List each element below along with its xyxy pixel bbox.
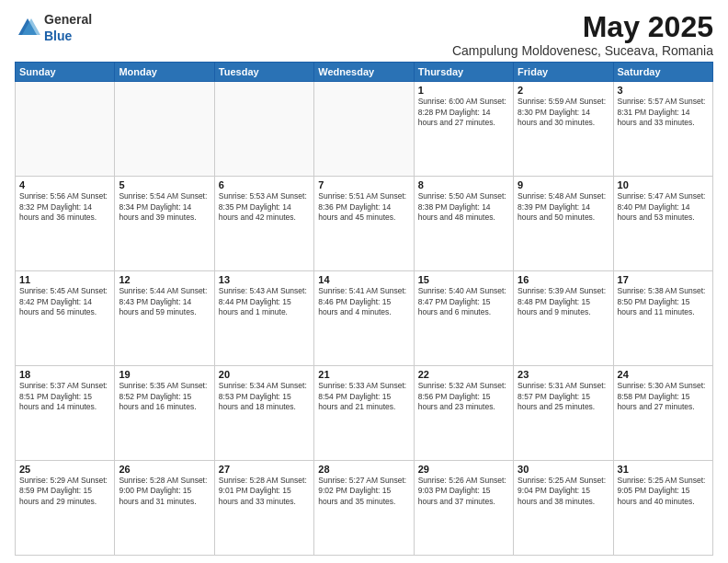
header-day-saturday: Saturday <box>613 63 712 82</box>
header: General Blue May 2025 Campulung Moldoven… <box>15 11 713 58</box>
day-cell: 29Sunrise: 5:26 AM Sunset: 9:03 PM Dayli… <box>414 461 513 556</box>
day-info: Sunrise: 5:44 AM Sunset: 8:43 PM Dayligh… <box>119 286 210 317</box>
day-number: 6 <box>219 179 310 190</box>
day-number: 28 <box>318 464 409 475</box>
day-number: 16 <box>518 274 609 285</box>
day-info: Sunrise: 5:53 AM Sunset: 8:35 PM Dayligh… <box>219 191 310 223</box>
day-info: Sunrise: 5:48 AM Sunset: 8:39 PM Dayligh… <box>518 191 609 223</box>
day-cell: 17Sunrise: 5:38 AM Sunset: 8:50 PM Dayli… <box>613 271 712 366</box>
day-number: 12 <box>119 274 210 285</box>
day-info: Sunrise: 5:41 AM Sunset: 8:46 PM Dayligh… <box>318 286 409 317</box>
day-cell: 26Sunrise: 5:28 AM Sunset: 9:00 PM Dayli… <box>115 461 214 556</box>
day-cell <box>115 82 214 177</box>
day-number: 24 <box>618 369 709 380</box>
day-number: 18 <box>19 369 110 380</box>
day-cell: 4Sunrise: 5:56 AM Sunset: 8:32 PM Daylig… <box>16 177 115 271</box>
day-number: 29 <box>418 464 509 475</box>
logo-icon <box>15 15 40 40</box>
day-info: Sunrise: 5:51 AM Sunset: 8:36 PM Dayligh… <box>318 191 409 223</box>
day-number: 4 <box>19 179 110 190</box>
day-cell: 30Sunrise: 5:25 AM Sunset: 9:04 PM Dayli… <box>514 461 613 556</box>
day-info: Sunrise: 5:25 AM Sunset: 9:05 PM Dayligh… <box>618 476 709 507</box>
logo-general: General Blue <box>44 11 92 44</box>
day-info: Sunrise: 5:40 AM Sunset: 8:47 PM Dayligh… <box>418 286 509 317</box>
day-info: Sunrise: 5:34 AM Sunset: 8:53 PM Dayligh… <box>219 381 310 412</box>
day-cell <box>314 82 414 177</box>
day-number: 7 <box>318 179 409 190</box>
day-number: 10 <box>618 179 709 190</box>
day-info: Sunrise: 5:56 AM Sunset: 8:32 PM Dayligh… <box>19 191 110 223</box>
header-day-friday: Friday <box>514 63 613 82</box>
day-number: 15 <box>418 274 509 285</box>
day-info: Sunrise: 5:31 AM Sunset: 8:57 PM Dayligh… <box>518 381 609 412</box>
day-cell: 16Sunrise: 5:39 AM Sunset: 8:48 PM Dayli… <box>514 271 613 366</box>
day-number: 8 <box>418 179 509 190</box>
day-number: 22 <box>418 369 509 380</box>
day-cell: 15Sunrise: 5:40 AM Sunset: 8:47 PM Dayli… <box>414 271 513 366</box>
day-info: Sunrise: 5:38 AM Sunset: 8:50 PM Dayligh… <box>618 286 709 317</box>
location-subtitle: Campulung Moldovenesc, Suceava, Romania <box>452 43 713 58</box>
day-number: 31 <box>618 464 709 475</box>
day-number: 2 <box>518 85 609 96</box>
day-cell: 31Sunrise: 5:25 AM Sunset: 9:05 PM Dayli… <box>613 461 712 556</box>
day-info: Sunrise: 5:26 AM Sunset: 9:03 PM Dayligh… <box>418 476 509 507</box>
day-info: Sunrise: 5:50 AM Sunset: 8:38 PM Dayligh… <box>418 191 509 223</box>
day-number: 11 <box>19 274 110 285</box>
day-info: Sunrise: 5:35 AM Sunset: 8:52 PM Dayligh… <box>119 381 210 412</box>
day-cell <box>214 82 313 177</box>
day-info: Sunrise: 5:45 AM Sunset: 8:42 PM Dayligh… <box>19 286 110 317</box>
day-number: 20 <box>219 369 310 380</box>
day-number: 3 <box>618 85 709 96</box>
month-title: May 2025 <box>452 11 713 43</box>
day-info: Sunrise: 5:37 AM Sunset: 8:51 PM Dayligh… <box>19 381 110 412</box>
week-row-4: 18Sunrise: 5:37 AM Sunset: 8:51 PM Dayli… <box>16 366 713 461</box>
day-cell: 19Sunrise: 5:35 AM Sunset: 8:52 PM Dayli… <box>115 366 214 461</box>
day-info: Sunrise: 5:28 AM Sunset: 9:01 PM Dayligh… <box>219 476 310 507</box>
day-number: 23 <box>518 369 609 380</box>
day-cell: 12Sunrise: 5:44 AM Sunset: 8:43 PM Dayli… <box>115 271 214 366</box>
day-number: 25 <box>19 464 110 475</box>
day-cell: 9Sunrise: 5:48 AM Sunset: 8:39 PM Daylig… <box>514 177 613 271</box>
day-cell: 13Sunrise: 5:43 AM Sunset: 8:44 PM Dayli… <box>214 271 313 366</box>
day-cell: 6Sunrise: 5:53 AM Sunset: 8:35 PM Daylig… <box>214 177 313 271</box>
calendar-table: SundayMondayTuesdayWednesdayThursdayFrid… <box>15 62 713 556</box>
day-info: Sunrise: 5:54 AM Sunset: 8:34 PM Dayligh… <box>119 191 210 223</box>
day-info: Sunrise: 5:32 AM Sunset: 8:56 PM Dayligh… <box>418 381 509 412</box>
header-row: SundayMondayTuesdayWednesdayThursdayFrid… <box>16 63 713 82</box>
day-number: 17 <box>618 274 709 285</box>
day-number: 13 <box>219 274 310 285</box>
day-number: 27 <box>219 464 310 475</box>
day-info: Sunrise: 5:39 AM Sunset: 8:48 PM Dayligh… <box>518 286 609 317</box>
title-block: May 2025 Campulung Moldovenesc, Suceava,… <box>452 11 713 58</box>
week-row-5: 25Sunrise: 5:29 AM Sunset: 8:59 PM Dayli… <box>16 461 713 556</box>
header-day-tuesday: Tuesday <box>214 63 313 82</box>
day-cell: 20Sunrise: 5:34 AM Sunset: 8:53 PM Dayli… <box>214 366 313 461</box>
header-day-wednesday: Wednesday <box>314 63 414 82</box>
logo-blue-text: Blue <box>44 29 72 43</box>
day-cell: 5Sunrise: 5:54 AM Sunset: 8:34 PM Daylig… <box>115 177 214 271</box>
day-number: 9 <box>518 179 609 190</box>
day-info: Sunrise: 5:28 AM Sunset: 9:00 PM Dayligh… <box>119 476 210 507</box>
day-info: Sunrise: 5:29 AM Sunset: 8:59 PM Dayligh… <box>19 476 110 507</box>
day-cell: 22Sunrise: 5:32 AM Sunset: 8:56 PM Dayli… <box>414 366 513 461</box>
day-cell: 3Sunrise: 5:57 AM Sunset: 8:31 PM Daylig… <box>613 82 712 177</box>
header-day-thursday: Thursday <box>414 63 513 82</box>
week-row-3: 11Sunrise: 5:45 AM Sunset: 8:42 PM Dayli… <box>16 271 713 366</box>
logo-text: General Blue <box>44 11 92 44</box>
day-cell: 24Sunrise: 5:30 AM Sunset: 8:58 PM Dayli… <box>613 366 712 461</box>
logo-general-text: General <box>44 12 92 27</box>
day-cell: 25Sunrise: 5:29 AM Sunset: 8:59 PM Dayli… <box>16 461 115 556</box>
day-cell: 21Sunrise: 5:33 AM Sunset: 8:54 PM Dayli… <box>314 366 414 461</box>
day-cell: 8Sunrise: 5:50 AM Sunset: 8:38 PM Daylig… <box>414 177 513 271</box>
day-info: Sunrise: 5:27 AM Sunset: 9:02 PM Dayligh… <box>318 476 409 507</box>
day-info: Sunrise: 5:59 AM Sunset: 8:30 PM Dayligh… <box>518 97 609 128</box>
day-cell <box>16 82 115 177</box>
day-number: 1 <box>418 85 509 96</box>
day-info: Sunrise: 6:00 AM Sunset: 8:28 PM Dayligh… <box>418 97 509 128</box>
day-number: 14 <box>318 274 409 285</box>
day-cell: 1Sunrise: 6:00 AM Sunset: 8:28 PM Daylig… <box>414 82 513 177</box>
day-cell: 7Sunrise: 5:51 AM Sunset: 8:36 PM Daylig… <box>314 177 414 271</box>
day-info: Sunrise: 5:33 AM Sunset: 8:54 PM Dayligh… <box>318 381 409 412</box>
day-cell: 2Sunrise: 5:59 AM Sunset: 8:30 PM Daylig… <box>514 82 613 177</box>
day-info: Sunrise: 5:30 AM Sunset: 8:58 PM Dayligh… <box>618 381 709 412</box>
